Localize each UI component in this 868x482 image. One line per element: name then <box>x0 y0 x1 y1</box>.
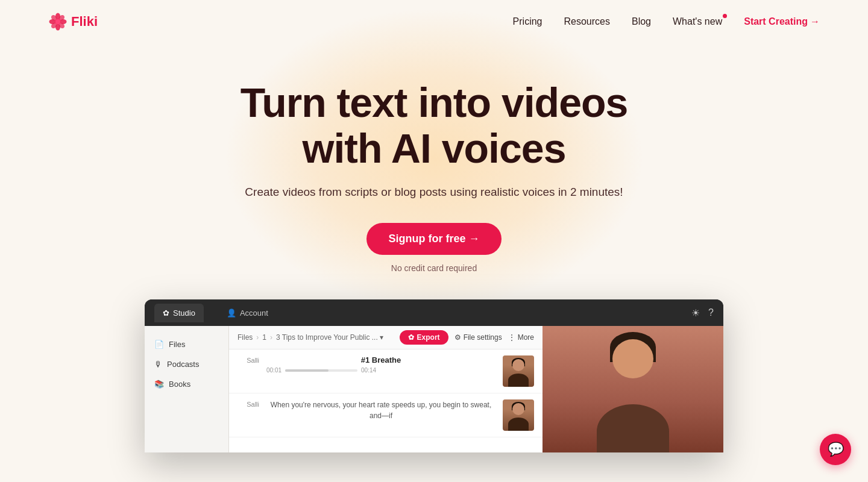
app-preview: ✿ Studio 👤 Account ☀ ? 📄 Fi <box>145 299 723 452</box>
person-face <box>612 339 653 378</box>
nav-item-resources[interactable]: Resources <box>564 16 609 27</box>
help-button[interactable]: ? <box>708 307 714 318</box>
breadcrumb-row: Files › 1 › 3 Tips to Improve Your Publi… <box>229 326 542 349</box>
chat-bubble-button[interactable]: 💬 <box>820 434 851 465</box>
topbar-right: ☀ ? <box>691 307 714 319</box>
export-button[interactable]: ✿ Export <box>400 330 448 345</box>
file-settings-button[interactable]: ⚙ File settings <box>454 333 502 342</box>
gear-icon: ⚙ <box>454 333 461 342</box>
chat-icon: 💬 <box>828 442 844 457</box>
more-dots-icon: ⋮ <box>508 333 515 342</box>
tab-account[interactable]: 👤 Account <box>218 304 277 322</box>
nav-item-blog[interactable]: Blog <box>632 16 651 27</box>
app-body: 📄 Files 🎙 Podcasts 📚 Books <box>145 326 723 452</box>
person-body <box>597 404 669 452</box>
app-preview-wrapper: ✿ Studio 👤 Account ☀ ? 📄 Fi <box>24 299 844 452</box>
thumb-body <box>508 374 529 387</box>
script-thumbnail <box>503 355 534 387</box>
toolbar-actions: ✿ Export ⚙ File settings ⋮ More <box>400 330 534 345</box>
nav-item-whats-new[interactable]: What's new <box>673 16 722 27</box>
app-content: Files › 1 › 3 Tips to Improve Your Publi… <box>229 326 542 452</box>
signup-button[interactable]: Signup for free → <box>366 223 501 255</box>
account-icon: 👤 <box>227 308 236 318</box>
theme-toggle-button[interactable]: ☀ <box>691 307 700 319</box>
video-preview-fill <box>542 326 723 452</box>
time-start: 00:01 <box>266 367 281 374</box>
script-timeline: 00:01 00:14 <box>266 367 495 374</box>
script-thumbnail <box>503 399 534 431</box>
nav-item-pricing[interactable]: Pricing <box>513 16 542 27</box>
hero-subtitle: Create videos from scripts or blog posts… <box>24 186 844 199</box>
chevron-down-icon: ▾ <box>380 333 383 342</box>
speaker-label: Salli <box>237 401 259 408</box>
app-sidebar: 📄 Files 🎙 Podcasts 📚 Books <box>145 326 229 452</box>
logo-text: Fliki <box>71 14 98 30</box>
app-topbar: ✿ Studio 👤 Account ☀ ? <box>145 299 723 326</box>
start-creating-link[interactable]: Start Creating → <box>744 16 820 27</box>
sidebar-item-files[interactable]: 📄 Files <box>145 334 228 354</box>
thumb-head <box>512 359 524 371</box>
cta-note: No credit card required <box>24 263 844 273</box>
sidebar-item-books[interactable]: 📚 Books <box>145 374 228 394</box>
script-text-area: #1 Breathe 00:01 00:14 <box>266 355 495 374</box>
hero-section: Turn text into videos with AI voices Cre… <box>0 43 868 452</box>
more-button[interactable]: ⋮ More <box>508 333 534 342</box>
script-title: #1 Breathe <box>266 355 495 365</box>
nav-links: Pricing Resources Blog What's new Start … <box>513 16 820 27</box>
script-body-text: When you're nervous, your heart rate spe… <box>266 399 495 421</box>
files-icon: 📄 <box>154 340 164 349</box>
breadcrumb-filename[interactable]: 3 Tips to Improve Your Public ... ▾ <box>276 333 383 342</box>
breadcrumb: Files › 1 › 3 Tips to Improve Your Publi… <box>237 333 383 342</box>
logo-link[interactable]: Fliki <box>48 12 98 31</box>
export-icon: ✿ <box>408 333 414 342</box>
tab-studio[interactable]: ✿ Studio <box>154 304 204 322</box>
thumb-head <box>512 403 524 415</box>
video-preview-panel <box>542 326 723 452</box>
table-row[interactable]: Salli When you're nervous, your heart ra… <box>229 393 542 437</box>
timeline-fill <box>285 369 329 372</box>
script-text-area: When you're nervous, your heart rate spe… <box>266 399 495 421</box>
logo-icon <box>48 12 68 31</box>
svg-point-9 <box>55 19 61 25</box>
studio-icon: ✿ <box>163 308 169 318</box>
timeline-bar <box>285 369 357 372</box>
sidebar-item-podcasts[interactable]: 🎙 Podcasts <box>145 354 228 374</box>
books-icon: 📚 <box>154 380 164 389</box>
navbar: Fliki Pricing Resources Blog What's new … <box>0 0 868 43</box>
hero-headline: Turn text into videos with AI voices <box>205 80 663 171</box>
speaker-label: Salli <box>237 357 259 364</box>
person-illustration <box>542 326 723 452</box>
table-row[interactable]: Salli #1 Breathe 00:01 00:14 <box>229 349 542 393</box>
thumbnail-person <box>503 355 534 387</box>
script-area: Salli #1 Breathe 00:01 00:14 <box>229 349 542 437</box>
time-end: 00:14 <box>361 367 376 374</box>
thumb-body <box>508 418 529 431</box>
person-bg <box>542 326 723 452</box>
podcasts-icon: 🎙 <box>154 360 162 369</box>
thumbnail-person <box>503 399 534 431</box>
